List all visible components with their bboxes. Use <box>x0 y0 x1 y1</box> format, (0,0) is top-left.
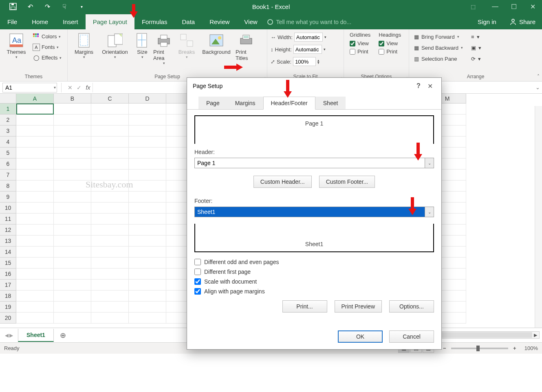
ribbon-display-icon[interactable]: ⬚ <box>464 0 483 13</box>
dialog-tab-sheet[interactable]: Sheet <box>315 97 346 110</box>
maximize-icon[interactable]: ☐ <box>505 0 523 13</box>
cell[interactable] <box>54 192 91 203</box>
selection-pane-button[interactable]: ▥Selection Pane <box>412 54 465 64</box>
row-header[interactable]: 6 <box>0 159 16 170</box>
cell[interactable] <box>16 159 54 170</box>
cell[interactable] <box>91 225 129 236</box>
cell[interactable] <box>54 291 91 302</box>
touch-mode-icon[interactable]: ☟ <box>59 2 69 11</box>
cell[interactable] <box>129 104 166 115</box>
cell[interactable] <box>54 137 91 148</box>
size-button[interactable]: Size▾ <box>133 32 152 59</box>
cell[interactable] <box>16 247 54 258</box>
sheet-tab[interactable]: Sheet1 <box>18 329 54 342</box>
row-header[interactable]: 15 <box>0 258 16 269</box>
tab-review[interactable]: Review <box>202 14 237 29</box>
cell[interactable] <box>91 203 129 214</box>
tab-data[interactable]: Data <box>174 14 202 29</box>
cell[interactable] <box>129 313 166 324</box>
footer-dropdown[interactable] <box>194 207 425 217</box>
column-header[interactable]: C <box>91 94 129 104</box>
zoom-out-icon[interactable]: − <box>441 345 448 352</box>
cell[interactable] <box>54 214 91 225</box>
breaks-button[interactable]: Breaks▾ <box>176 32 197 59</box>
cell[interactable] <box>129 159 166 170</box>
align-with-margins-checkbox[interactable]: Align with page margins <box>194 288 434 295</box>
column-header[interactable]: D <box>129 94 166 104</box>
row-header[interactable]: 2 <box>0 115 16 126</box>
qat-more-icon[interactable]: ▾ <box>77 2 86 11</box>
headings-print-checkbox[interactable]: Print <box>376 48 403 55</box>
namebox-dropdown-icon[interactable]: ▾ <box>54 85 56 90</box>
collapse-ribbon-icon[interactable]: ˄ <box>537 74 540 79</box>
cell[interactable] <box>91 214 129 225</box>
cell[interactable] <box>16 170 54 181</box>
width-input[interactable] <box>294 33 323 42</box>
cell[interactable] <box>54 313 91 324</box>
cell[interactable] <box>129 302 166 313</box>
cell[interactable] <box>91 280 129 291</box>
row-header[interactable]: 13 <box>0 236 16 247</box>
cell[interactable] <box>16 148 54 159</box>
cell[interactable] <box>91 126 129 137</box>
tab-view[interactable]: View <box>237 14 264 29</box>
cell[interactable] <box>54 104 91 115</box>
cell[interactable] <box>129 137 166 148</box>
cell[interactable] <box>54 269 91 280</box>
row-header[interactable]: 18 <box>0 291 16 302</box>
minimize-icon[interactable]: — <box>486 0 505 13</box>
cell[interactable] <box>16 203 54 214</box>
print-area-button[interactable]: Print Area▾ <box>153 32 174 65</box>
cell[interactable] <box>16 225 54 236</box>
tab-formulas[interactable]: Formulas <box>134 14 175 29</box>
dialog-tab-page[interactable]: Page <box>198 97 227 110</box>
margins-button[interactable]: Margins▾ <box>71 32 97 59</box>
cell[interactable] <box>129 148 166 159</box>
cell[interactable] <box>54 203 91 214</box>
cell[interactable] <box>129 170 166 181</box>
gridlines-print-checkbox[interactable]: Print <box>347 48 373 55</box>
send-backward-button[interactable]: ▦Send Backward <box>412 43 465 53</box>
zoom-in-icon[interactable]: + <box>511 345 518 352</box>
cell[interactable] <box>129 280 166 291</box>
headings-view-checkbox[interactable]: View <box>376 40 403 47</box>
cell[interactable] <box>129 236 166 247</box>
cell[interactable] <box>129 192 166 203</box>
rotate-button[interactable]: ⟳▾ <box>469 54 483 64</box>
cell[interactable] <box>129 181 166 192</box>
cell[interactable] <box>54 302 91 313</box>
fx-icon[interactable]: fx <box>84 84 93 91</box>
cell[interactable] <box>16 181 54 192</box>
cell[interactable] <box>16 280 54 291</box>
cell[interactable] <box>91 181 129 192</box>
row-header[interactable]: 11 <box>0 214 16 225</box>
confirm-entry-icon[interactable]: ✓ <box>75 84 84 91</box>
row-header[interactable]: 12 <box>0 225 16 236</box>
ok-button[interactable]: OK <box>338 330 383 343</box>
dialog-tab-margins[interactable]: Margins <box>227 97 263 110</box>
cell[interactable] <box>129 291 166 302</box>
share-button[interactable]: Share <box>503 14 542 29</box>
cell[interactable] <box>129 214 166 225</box>
cell[interactable] <box>54 280 91 291</box>
cell[interactable] <box>54 159 91 170</box>
dialog-close-icon[interactable]: ✕ <box>424 82 436 90</box>
cell[interactable] <box>16 126 54 137</box>
cell[interactable] <box>129 258 166 269</box>
background-button[interactable]: Background <box>199 32 234 55</box>
cell[interactable] <box>54 126 91 137</box>
redo-icon[interactable]: ↷ <box>42 2 52 11</box>
tab-insert[interactable]: Insert <box>55 14 86 29</box>
row-header[interactable]: 1 <box>0 104 16 115</box>
vertical-scrollbar[interactable] <box>535 106 542 339</box>
print-preview-button[interactable]: Print Preview <box>335 300 382 313</box>
row-header[interactable]: 10 <box>0 203 16 214</box>
header-dropdown-icon[interactable]: ⌄ <box>425 158 434 168</box>
height-input[interactable] <box>293 45 322 54</box>
row-header[interactable]: 17 <box>0 280 16 291</box>
cell[interactable] <box>91 115 129 126</box>
column-header[interactable]: B <box>54 94 91 104</box>
sheet-nav-prev-icon[interactable]: ◀ <box>5 333 9 338</box>
cell[interactable] <box>129 126 166 137</box>
group-button[interactable]: ▣▾ <box>469 43 483 53</box>
